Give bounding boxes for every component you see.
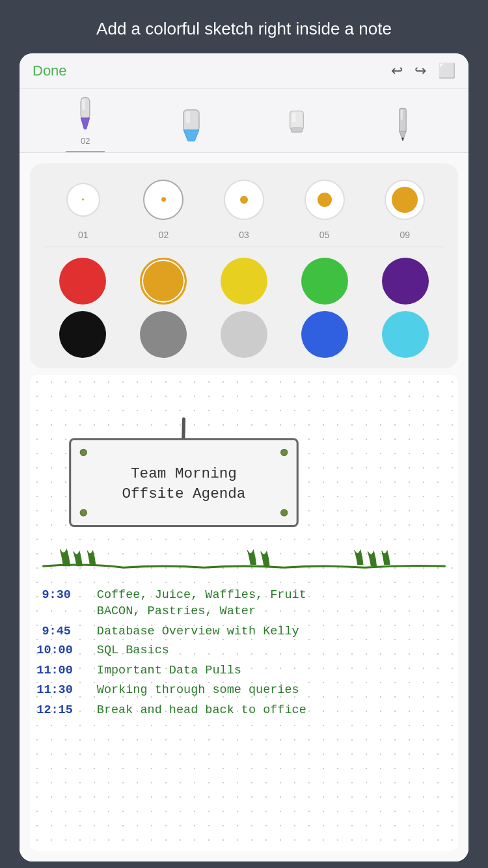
tools-row: 02	[20, 89, 468, 153]
size-panel: 01 02	[30, 163, 458, 368]
tool-eraser[interactable]	[277, 105, 316, 152]
color-orange[interactable]	[140, 258, 187, 305]
svg-point-18	[80, 509, 87, 516]
toolbar: Done ↩ ↪ ⬜	[20, 53, 468, 89]
canvas-area: 01 02	[20, 153, 468, 861]
size-label-02: 02	[159, 230, 169, 240]
size-item-01[interactable]: 01	[57, 174, 109, 240]
svg-text:10:00: 10:00	[36, 644, 73, 657]
svg-marker-1	[81, 118, 90, 129]
color-red[interactable]	[59, 258, 106, 305]
size-item-02[interactable]: 02	[137, 174, 189, 240]
svg-text:Coffee, Juice, Waffles, Fruit: Coffee, Juice, Waffles, Fruit	[97, 588, 306, 602]
color-purple[interactable]	[382, 258, 429, 305]
color-yellow[interactable]	[221, 258, 267, 305]
color-gray-dark[interactable]	[140, 311, 187, 358]
svg-rect-7	[291, 128, 303, 132]
size-item-05[interactable]: 05	[299, 174, 351, 240]
size-label-09: 09	[400, 230, 410, 240]
done-button[interactable]: Done	[33, 62, 67, 79]
color-grid	[43, 258, 445, 358]
svg-rect-2	[82, 99, 85, 110]
tool-marker-label: 02	[81, 136, 90, 146]
redo-button[interactable]: ↪	[414, 62, 426, 79]
tool-pencil[interactable]	[383, 105, 422, 152]
color-cyan[interactable]	[382, 311, 429, 358]
toolbar-actions: ↩ ↪ ⬜	[391, 62, 455, 79]
color-gray-light[interactable]	[221, 311, 267, 358]
size-label-05: 05	[319, 230, 330, 240]
svg-point-19	[281, 509, 288, 516]
svg-text:11:00: 11:00	[36, 663, 73, 677]
sketch-canvas[interactable]: Team Morning Offsite Agenda 9:30 Cof	[30, 375, 458, 851]
size-item-03[interactable]: 03	[218, 174, 270, 240]
tool-marker[interactable]: 02	[66, 94, 105, 152]
tool-highlighter[interactable]	[172, 105, 211, 152]
undo-button[interactable]: ↩	[391, 62, 403, 79]
size-label-03: 03	[239, 230, 249, 240]
svg-rect-8	[292, 113, 295, 122]
resize-button[interactable]: ⬜	[438, 62, 455, 79]
svg-text:9:30: 9:30	[42, 588, 71, 602]
svg-text:12:15: 12:15	[36, 703, 73, 717]
svg-text:Team Morning: Team Morning	[131, 465, 237, 482]
svg-point-16	[80, 449, 87, 455]
size-label-01: 01	[78, 230, 88, 240]
svg-rect-6	[290, 111, 304, 129]
svg-text:Working through some queries: Working through some queries	[97, 683, 299, 697]
svg-rect-12	[400, 110, 402, 120]
size-row: 01 02	[43, 174, 445, 240]
svg-text:BACON,  Pastries, Water: BACON, Pastries, Water	[97, 604, 256, 618]
svg-text:Offsite Agenda: Offsite Agenda	[122, 485, 245, 502]
svg-text:Database Overview with Kelly: Database Overview with Kelly	[97, 625, 299, 638]
size-item-09[interactable]: 09	[379, 174, 431, 240]
svg-marker-4	[183, 130, 199, 141]
svg-text:SQL Basics: SQL Basics	[97, 644, 169, 657]
color-black[interactable]	[59, 311, 106, 358]
svg-text:9:45: 9:45	[42, 625, 71, 638]
main-card: Done ↩ ↪ ⬜ 02	[20, 53, 468, 861]
panel-divider	[43, 247, 445, 247]
svg-point-17	[281, 449, 288, 455]
svg-rect-15	[70, 439, 298, 526]
svg-text:11:30: 11:30	[36, 683, 73, 697]
svg-text:Break and head back  to office: Break and head back to office	[97, 703, 306, 717]
color-blue[interactable]	[301, 311, 348, 358]
svg-text:Important Data Pulls: Important Data Pulls	[97, 663, 241, 677]
svg-rect-5	[185, 111, 190, 123]
color-green[interactable]	[301, 258, 348, 305]
page-title: Add a colorful sketch right inside a not…	[70, 0, 418, 53]
